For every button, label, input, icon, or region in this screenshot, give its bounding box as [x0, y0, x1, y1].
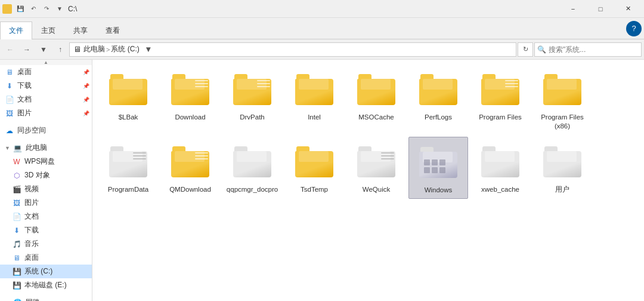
- sidebar-item-drive-c[interactable]: 💾 系统 (C:): [0, 265, 92, 278]
- sidebar-item-pictures[interactable]: 🖼 图片 📌: [0, 106, 92, 120]
- folder-item[interactable]: DrvPath: [222, 64, 282, 134]
- address-dropdown-button[interactable]: ▼: [142, 43, 155, 56]
- help-button[interactable]: ?: [626, 21, 642, 36]
- sidebar-item-network[interactable]: ► 🌐 网路: [0, 296, 92, 301]
- titlebar: 💾 ↶ ↷ ▼ C:\ − □ ✕: [0, 0, 644, 18]
- sidebar-item-onedrive[interactable]: ☁ 同步空间: [0, 124, 92, 137]
- folder-label: TsdTemp: [301, 185, 328, 194]
- folder-item[interactable]: ProgramData: [98, 137, 158, 199]
- sidebar: ▲ 🖥 桌面 📌 ⬇ 下载 📌 📄 文档 📌 🖼 图片 📌 ☁ 同步空间: [0, 60, 92, 301]
- folder-label: $LBak: [119, 113, 138, 122]
- tab-view[interactable]: 查看: [97, 22, 129, 39]
- folder-item[interactable]: qqpcmgr_docpro: [222, 137, 282, 199]
- video-icon: 🎬: [12, 185, 21, 194]
- folder-icon: [417, 141, 460, 184]
- sidebar-item-desktop[interactable]: 🖥 桌面 📌: [0, 65, 92, 79]
- download-icon: ⬇: [5, 81, 14, 91]
- qat-dropdown-button[interactable]: ▼: [54, 3, 66, 15]
- folder-icon: [107, 68, 150, 111]
- sidebar-label-pictures: 图片: [17, 108, 32, 118]
- sidebar-label-wps: WPS网盘: [24, 156, 55, 167]
- up-button[interactable]: ↑: [52, 42, 68, 57]
- bread-c-drive[interactable]: 系统 (C:): [111, 44, 139, 54]
- folder-icon: [231, 140, 274, 183]
- bread-thispc[interactable]: 此电脑: [83, 44, 105, 54]
- address-box[interactable]: 🖥 此电脑 > 系统 (C:) ▼: [69, 42, 516, 57]
- folder-item[interactable]: TsdTemp: [284, 137, 344, 199]
- sidebar-item-video[interactable]: 🎬 视频: [0, 182, 92, 196]
- folder-item[interactable]: Download: [160, 64, 220, 134]
- sidebar-item-dl2[interactable]: ⬇ 下载: [0, 223, 92, 237]
- document-icon-2: 📄: [12, 212, 21, 222]
- sidebar-label-video: 视频: [24, 184, 39, 194]
- folder-item[interactable]: Program Files (x86): [532, 64, 592, 134]
- folder-item[interactable]: $LBak: [98, 64, 158, 134]
- sidebar-item-pic2[interactable]: 🖼 图片: [0, 196, 92, 210]
- sidebar-label-downloads: 下载: [17, 81, 32, 91]
- search-input[interactable]: [549, 45, 639, 54]
- tab-share[interactable]: 共享: [64, 22, 97, 39]
- folder-label: qqpcmgr_docpro: [227, 185, 278, 194]
- sidebar-label-dl2: 下载: [24, 225, 39, 235]
- sidebar-item-downloads[interactable]: ⬇ 下载 📌: [0, 79, 92, 93]
- folder-icon: [417, 68, 460, 111]
- folder-icon: [479, 68, 522, 111]
- folder-item[interactable]: 用户: [532, 137, 592, 199]
- qat-redo-button[interactable]: ↷: [41, 3, 52, 15]
- sidebar-item-thispc[interactable]: ▼ 💻 此电脑: [0, 141, 92, 155]
- sidebar-item-music[interactable]: 🎵 音乐: [0, 237, 92, 251]
- folder-item[interactable]: Program Files: [470, 64, 530, 134]
- folder-item[interactable]: QMDownload: [160, 137, 220, 199]
- folder-label: xweb_cache: [481, 185, 519, 194]
- titlebar-left: 💾 ↶ ↷ ▼ C:\: [2, 3, 77, 15]
- folder-item[interactable]: PerfLogs: [408, 64, 468, 134]
- back-button[interactable]: ←: [2, 42, 18, 57]
- folder-icon: [107, 140, 150, 183]
- qat-undo-button[interactable]: ↶: [27, 3, 39, 15]
- tab-home[interactable]: 主页: [32, 22, 64, 39]
- sidebar-label-desktop: 桌面: [17, 67, 32, 77]
- desktop-icon-2: 🖥: [12, 253, 21, 263]
- sidebar-scroll-up[interactable]: ▲: [0, 60, 92, 65]
- folder-label: WeQuick: [363, 185, 390, 194]
- sidebar-item-3d[interactable]: ⬡ 3D 对象: [0, 168, 92, 182]
- folder-item[interactable]: Intel: [284, 64, 344, 134]
- sidebar-item-desktop2[interactable]: 🖥 桌面: [0, 251, 92, 265]
- folder-icon: [355, 140, 398, 183]
- close-button[interactable]: ✕: [614, 0, 642, 18]
- breadcrumb: 此电脑 > 系统 (C:): [83, 44, 140, 54]
- folder-item[interactable]: xweb_cache: [470, 137, 530, 199]
- sidebar-label-music: 音乐: [24, 239, 39, 249]
- addressbar-row: ← → ▼ ↑ 🖥 此电脑 > 系统 (C:) ▼ ↻ 🔍: [0, 39, 644, 60]
- folder-item[interactable]: WeQuick: [346, 137, 406, 199]
- sidebar-label-network: 网路: [26, 297, 40, 301]
- music-icon: 🎵: [12, 239, 21, 249]
- search-icon: 🔍: [537, 45, 546, 54]
- minimize-button[interactable]: −: [559, 0, 587, 18]
- sidebar-item-doc2[interactable]: 📄 文档: [0, 210, 92, 223]
- picture-icon: 🖼: [5, 109, 14, 118]
- sidebar-item-wps[interactable]: W WPS网盘: [0, 155, 92, 168]
- qat-save-button[interactable]: 💾: [14, 3, 26, 15]
- folder-icon: [169, 68, 212, 111]
- document-icon: 📄: [5, 95, 14, 105]
- sidebar-item-documents[interactable]: 📄 文档 📌: [0, 93, 92, 106]
- sidebar-item-drive-e[interactable]: 💾 本地磁盘 (E:): [0, 278, 92, 292]
- maximize-button[interactable]: □: [587, 0, 614, 18]
- tab-file[interactable]: 文件: [0, 22, 32, 39]
- folder-label: Download: [175, 113, 205, 122]
- folder-icon: [231, 68, 274, 111]
- folder-label: Intel: [308, 113, 321, 122]
- quick-access-toolbar: 💾 ↶ ↷ ▼: [14, 3, 66, 15]
- folder-item[interactable]: MSOCache: [346, 64, 406, 134]
- dropdown-recent-button[interactable]: ▼: [36, 42, 51, 57]
- folder-label: Program Files: [479, 113, 522, 122]
- sidebar-label-documents: 文档: [17, 94, 32, 105]
- forward-button[interactable]: →: [19, 42, 35, 57]
- folder-item[interactable]: Windows: [408, 137, 468, 199]
- refresh-button[interactable]: ↻: [518, 42, 533, 57]
- content-area: $LBak Download DrvPath Intel: [92, 60, 644, 301]
- desktop-icon: 🖥: [5, 67, 14, 77]
- folder-icon: [479, 140, 522, 183]
- sidebar-label-pic2: 图片: [24, 198, 39, 208]
